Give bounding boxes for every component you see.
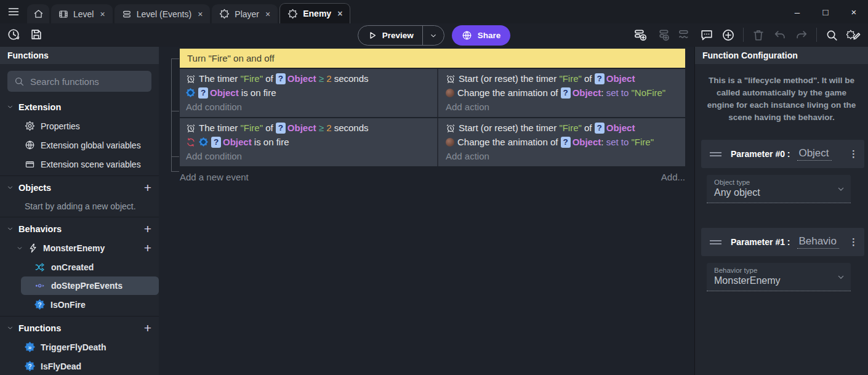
close-icon[interactable]: × (337, 9, 342, 18)
animation-icon (446, 138, 454, 147)
object-type-select[interactable]: Object type Any object (707, 175, 851, 203)
condition-function-icon: ? (34, 299, 45, 310)
save-icon[interactable] (30, 28, 43, 41)
section-objects[interactable]: Objects + (0, 178, 159, 197)
behavior-icon (199, 137, 208, 147)
preview-dropdown-button[interactable] (423, 31, 444, 40)
tab-home[interactable] (27, 4, 49, 23)
event-instruction[interactable]: The timer "Fire" of ?Object ≥ 2 seconds (186, 71, 431, 86)
sidebar-item-properties[interactable]: Properties (0, 116, 159, 135)
event-instruction[interactable]: ?Object is on fire (186, 86, 431, 100)
chevron-down-icon (6, 183, 14, 192)
tab-enemy[interactable]: Enemy × (279, 3, 350, 23)
timer-icon (186, 74, 196, 84)
add-more-link[interactable]: Add... (661, 172, 685, 182)
add-action-link[interactable]: Add action (446, 149, 679, 163)
tab-level[interactable]: Level × (51, 4, 113, 23)
add-comment-icon[interactable] (700, 28, 713, 42)
sidebar-item-isonfire[interactable]: ? IsOnFire (0, 295, 159, 314)
event-row[interactable]: The timer "Fire" of ?Object ≥ 2 seconds?… (180, 69, 685, 117)
conditions-cell[interactable]: The timer "Fire" of ?Object ≥ 2 seconds?… (180, 69, 438, 117)
add-behavior-function-button[interactable]: + (144, 241, 151, 254)
sidebar-title: Functions (0, 47, 159, 64)
tab-player[interactable]: Player × (212, 4, 278, 23)
share-button[interactable]: Share (452, 25, 511, 46)
divider (0, 316, 159, 317)
add-function-button[interactable]: + (144, 321, 151, 334)
drag-handle-icon[interactable] (710, 152, 721, 156)
add-condition-link[interactable]: Add condition (186, 100, 431, 113)
history-icon[interactable] (7, 28, 20, 41)
parameter-1-row[interactable]: Parameter #1 : Behavio ⋮ (701, 228, 864, 256)
section-extension[interactable]: Extension (0, 97, 159, 116)
lifecycle-icon (34, 262, 46, 273)
close-icon[interactable]: × (198, 9, 203, 19)
close-icon[interactable]: × (265, 9, 270, 19)
close-button[interactable]: × (840, 0, 868, 23)
clapperboard-icon (25, 159, 35, 169)
object-parameter-chip: ? (561, 87, 571, 99)
maximize-button[interactable]: □ (811, 0, 840, 23)
sidebar-item-oncreated[interactable]: onCreated (0, 257, 159, 276)
actions-cell[interactable]: Start (or reset) the timer "Fire" of ?Ob… (438, 69, 685, 117)
kebab-menu-icon[interactable]: ⋮ (849, 236, 858, 248)
lifecycle-description: This is a "lifecycle method". It will be… (703, 75, 860, 124)
object-parameter-chip: ? (198, 87, 208, 99)
behavior-monsterenemy[interactable]: MonsterEnemy + (0, 238, 159, 257)
extension-icon (287, 9, 298, 19)
event-instruction[interactable]: Start (or reset) the timer "Fire" of ?Ob… (446, 71, 679, 86)
section-behaviors[interactable]: Behaviors + (0, 219, 159, 238)
add-action-link[interactable]: Add action (446, 100, 679, 113)
event-instruction[interactable]: The timer "Fire" of ?Object ≥ 2 seconds (186, 121, 431, 135)
parameter-name-input[interactable]: Behavio (797, 235, 838, 249)
behavior-type-select[interactable]: Behavior type MonsterEnemy (707, 263, 851, 291)
drag-handle-icon[interactable] (710, 240, 721, 244)
sidebar-item-scene-variables[interactable]: Extension scene variables (0, 155, 159, 174)
chevron-down-icon (16, 244, 23, 252)
sidebar-item-global-variables[interactable]: Extension global variables (0, 135, 159, 155)
parameter-name-input[interactable]: Object (797, 147, 831, 161)
divider (743, 28, 744, 42)
share-label: Share (478, 31, 501, 40)
object-parameter-chip: ? (276, 123, 286, 134)
object-parameter-chip: ? (595, 73, 605, 84)
tab-label: Player (235, 9, 259, 19)
close-icon[interactable]: × (100, 9, 105, 19)
sidebar-item-triggerflydeath[interactable]: » TriggerFlyDeath (0, 337, 159, 357)
functions-sidebar: Functions Search functions Extension Pro… (0, 47, 159, 375)
add-more-icon[interactable] (721, 28, 735, 42)
event-row[interactable]: The timer "Fire" of ?Object ≥ 2 seconds?… (180, 118, 685, 166)
event-instruction[interactable]: Start (or reset) the timer "Fire" of ?Ob… (446, 121, 679, 135)
menu-icon[interactable] (6, 6, 21, 18)
add-object-button[interactable]: + (144, 181, 151, 194)
sidebar-item-isflydead[interactable]: ? IsFlyDead (0, 357, 159, 375)
search-input[interactable]: Search functions (7, 71, 151, 92)
add-behavior-button[interactable]: + (144, 222, 151, 235)
add-new-event-link[interactable]: Add a new event (180, 172, 249, 182)
timer-icon (186, 123, 196, 133)
event-instruction[interactable]: Change the animation of ?Object: set to … (446, 86, 679, 100)
timer-icon (446, 74, 456, 84)
conditions-cell[interactable]: The timer "Fire" of ?Object ≥ 2 seconds?… (180, 118, 438, 166)
lightning-icon (28, 243, 38, 253)
parameter-0-row[interactable]: Parameter #0 : Object ⋮ (701, 140, 864, 168)
section-functions[interactable]: Functions + (0, 318, 159, 337)
event-instruction[interactable]: ?Object is on fire (186, 135, 431, 149)
item-label: onCreated (51, 262, 94, 272)
object-parameter-chip: ? (276, 73, 286, 84)
sidebar-item-dostepprevents[interactable]: doStepPreEvents (21, 276, 159, 295)
section-label: Behaviors (18, 224, 62, 234)
tab-level-events[interactable]: Level (Events) × (115, 4, 211, 23)
preview-button[interactable]: Preview (358, 25, 444, 46)
search-icon[interactable] (825, 28, 838, 42)
tab-label: Enemy (303, 9, 331, 18)
add-event-icon[interactable] (633, 28, 648, 42)
event-instruction[interactable]: Change the animation of ?Object: set to … (446, 135, 679, 149)
add-condition-link[interactable]: Add condition (186, 149, 431, 163)
kebab-menu-icon[interactable]: ⋮ (849, 148, 858, 159)
actions-cell[interactable]: Start (or reset) the timer "Fire" of ?Ob… (438, 118, 685, 166)
edit-extension-icon[interactable] (846, 28, 861, 42)
comment-event[interactable]: Turn "Fire" on and off (180, 49, 685, 68)
events-icon (122, 9, 132, 19)
minimize-button[interactable]: – (783, 0, 811, 23)
